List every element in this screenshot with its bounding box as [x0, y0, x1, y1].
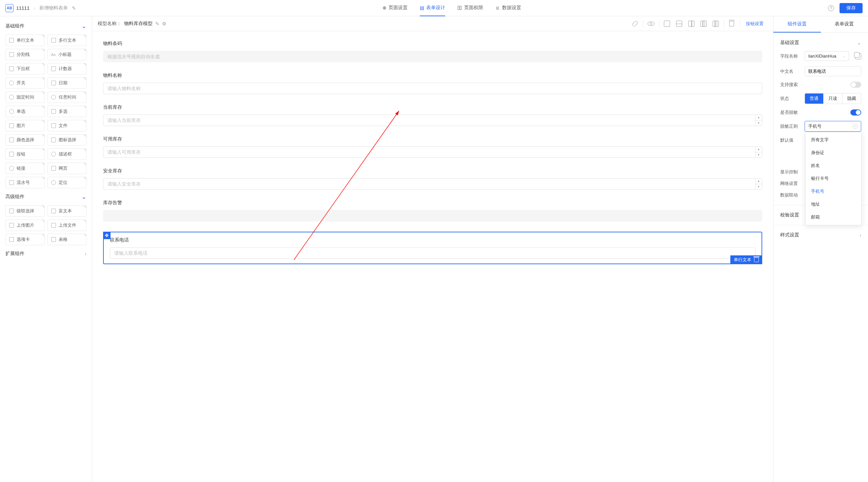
field-contact-phone-selected[interactable]: ✥ 联系电话 单行文本	[103, 232, 762, 264]
link-button[interactable]	[629, 18, 641, 29]
dropdown-option[interactable]: 银行卡号	[806, 172, 861, 185]
dropdown-option[interactable]: 身份证	[806, 146, 861, 159]
comp-upload-file[interactable]: 上传文件	[47, 219, 87, 231]
group-basic-header[interactable]: 基础组件 ⌄	[0, 20, 92, 32]
field-stock-alert[interactable]: 库存告警	[103, 200, 762, 222]
comp-checkbox[interactable]: 多选	[47, 106, 87, 117]
clear-icon[interactable]: ×	[853, 124, 857, 129]
comp-radio[interactable]: 单选	[5, 106, 45, 117]
field-material-name[interactable]: 物料名称	[103, 72, 762, 94]
mask-rule-select[interactable]: 手机号 ×	[805, 121, 861, 132]
prop-label: 中文名	[780, 68, 801, 75]
comp-location[interactable]: 定位	[47, 177, 87, 188]
layout-three-right-button[interactable]	[710, 18, 722, 29]
spinner-up-icon[interactable]: ▲	[755, 147, 762, 152]
tab-component-settings[interactable]: 组件设置	[773, 16, 821, 33]
tab-page-settings[interactable]: ⊕ 页面设置	[382, 0, 408, 16]
comp-desc[interactable]: 描述框	[47, 148, 87, 160]
comp-tabs[interactable]: 选项卡	[5, 234, 45, 245]
comp-text-input[interactable]: 单行文本	[5, 35, 45, 46]
spinner-down-icon[interactable]: ▼	[755, 184, 762, 190]
button-settings-link[interactable]: 按钮设置	[742, 21, 768, 27]
copy-icon[interactable]	[855, 53, 861, 59]
help-icon[interactable]: ?	[828, 5, 834, 11]
dropdown-option[interactable]: 所有文字	[806, 133, 861, 146]
comp-file[interactable]: 文件	[47, 120, 87, 131]
section-basic-header[interactable]: 基础设置 ⌄	[780, 37, 861, 48]
delete-button[interactable]	[726, 18, 737, 29]
layout-three-left-button[interactable]	[698, 18, 709, 29]
field-name-select[interactable]: lianXiDianHua ⌄	[805, 51, 849, 61]
status-hidden[interactable]: 隐藏	[843, 93, 861, 104]
tab-permissions[interactable]: ⚿ 页面权限	[457, 0, 483, 16]
spinner-up-icon[interactable]: ▲	[755, 179, 762, 184]
spinner-up-icon[interactable]: ▲	[755, 115, 762, 121]
layout-split-v-button[interactable]	[686, 18, 697, 29]
section-style-header[interactable]: 样式设置 ›	[780, 229, 861, 241]
comp-switch[interactable]: 开关	[5, 77, 45, 89]
dropdown-option-selected[interactable]: 手机号	[806, 185, 861, 198]
dropdown-option[interactable]: 地址	[806, 198, 861, 211]
layout-full-button[interactable]	[661, 18, 673, 29]
comp-button[interactable]: 按钮	[5, 148, 45, 160]
comp-table[interactable]: 表格	[47, 234, 87, 245]
group-extended-header[interactable]: 扩展组件 ›	[0, 248, 92, 259]
preview-button[interactable]	[645, 18, 657, 29]
delete-icon[interactable]	[754, 257, 759, 262]
field-input[interactable]	[103, 83, 762, 94]
comp-select[interactable]: 下拉框	[5, 63, 45, 75]
layout-split-h-button[interactable]	[673, 18, 685, 29]
search-toggle[interactable]	[850, 82, 861, 88]
dropdown-option[interactable]: 邮箱	[806, 211, 861, 224]
comp-richtext[interactable]: 富文本	[47, 205, 87, 217]
spinner-down-icon[interactable]: ▼	[755, 152, 762, 158]
comp-heading[interactable]: Aa小标题	[47, 49, 87, 60]
spinner-down-icon[interactable]: ▼	[755, 121, 762, 126]
comp-webpage[interactable]: 网页	[47, 163, 87, 174]
field-label: 联系电话	[110, 237, 755, 243]
edit-icon[interactable]: ✎	[155, 21, 159, 26]
tab-form-settings[interactable]: 表单设置	[821, 16, 868, 33]
status-normal[interactable]: 普通	[805, 93, 824, 104]
field-material-code[interactable]: 物料条码	[103, 41, 762, 62]
settings-icon[interactable]: ⚙	[162, 21, 166, 26]
canvas-body[interactable]: 物料条码 物料名称 当前库存 ▲ ▼ 可用库存	[92, 31, 773, 482]
field-input[interactable]	[103, 178, 762, 190]
field-input[interactable]	[110, 247, 755, 259]
comp-divider[interactable]: 分割线	[5, 49, 45, 60]
comp-link[interactable]: 链接	[5, 163, 45, 174]
cn-name-input[interactable]	[805, 66, 861, 76]
move-handle-icon[interactable]: ✥	[103, 232, 111, 239]
prop-label: 字段名称	[780, 53, 801, 59]
comp-fixed-time[interactable]: 固定时间	[5, 91, 45, 103]
comp-icon-picker[interactable]: 图标选择	[47, 134, 87, 146]
field-available-stock[interactable]: 可用库存 ▲ ▼	[103, 136, 762, 158]
tab-form-design[interactable]: ▤ 表单设计	[420, 0, 445, 16]
status-readonly[interactable]: 只读	[824, 93, 842, 104]
field-safe-stock[interactable]: 安全库存 ▲ ▼	[103, 168, 762, 190]
text-icon	[9, 38, 14, 43]
comp-image[interactable]: 图片	[5, 120, 45, 131]
toolbar-actions: 按钮设置	[629, 18, 768, 29]
field-input[interactable]	[103, 114, 762, 126]
comp-date[interactable]: 日期	[47, 77, 87, 89]
edit-icon[interactable]: ✎	[72, 5, 76, 11]
mask-toggle[interactable]	[850, 109, 861, 116]
field-current-stock[interactable]: 当前库存 ▲ ▼	[103, 104, 762, 126]
save-button[interactable]: 保存	[840, 3, 863, 13]
field-label: 物料名称	[103, 72, 762, 79]
comp-serial[interactable]: 流水号	[5, 177, 45, 188]
comp-upload-image[interactable]: 上传图片	[5, 219, 45, 231]
group-advanced-header[interactable]: 高级组件 ⌄	[0, 191, 92, 203]
dropdown-option[interactable]: 姓名	[806, 159, 861, 172]
comp-color-picker[interactable]: 颜色选择	[5, 134, 45, 146]
divider	[643, 20, 643, 27]
comp-counter[interactable]: 计数器	[47, 63, 87, 75]
field-input[interactable]	[103, 146, 762, 158]
comp-any-time[interactable]: 任意时间	[47, 91, 87, 103]
comp-textarea[interactable]: 多行文本	[47, 35, 87, 46]
comp-cascader[interactable]: 级联选择	[5, 205, 45, 217]
breadcrumb-root[interactable]: 11111	[16, 5, 29, 11]
tab-data-settings[interactable]: ⫼ 数据设置	[495, 0, 521, 16]
mask-rule-value: 手机号	[808, 123, 822, 129]
